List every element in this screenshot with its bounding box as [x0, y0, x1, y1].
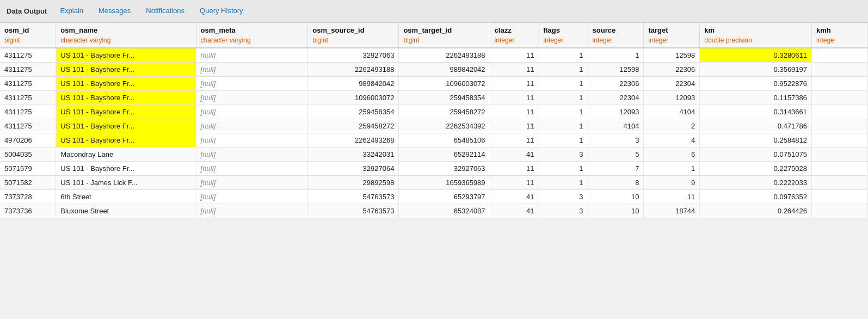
cell-osm_id: 5071579	[0, 162, 56, 176]
cell-clazz: 11	[490, 48, 539, 63]
cell-osm_source_id: 32927064	[308, 162, 399, 176]
cell-osm_id: 4311275	[0, 91, 56, 105]
cell-osm_id: 5071582	[0, 176, 56, 190]
col-type-osm_name: character varying	[56, 35, 196, 48]
cell-osm_source_id: 1096003072	[308, 91, 399, 105]
col-type-kmh: intege	[812, 35, 868, 48]
cell-clazz: 41	[490, 204, 539, 218]
cell-osm_source_id: 54763573	[308, 204, 399, 218]
cell-kmh	[812, 48, 868, 63]
cell-target: 4104	[644, 105, 700, 119]
col-type-km: double precision	[700, 35, 812, 48]
cell-target: 12598	[644, 48, 700, 63]
cell-osm_name: US 101 - Bayshore Fr...	[56, 119, 196, 133]
col-header-osm_source_id: osm_source_id	[308, 23, 399, 35]
col-type-osm_source_id: bigint	[308, 35, 399, 48]
table-row: 5071579US 101 - Bayshore Fr...[null]3292…	[0, 162, 868, 176]
cell-source: 10	[588, 204, 644, 218]
col-header-source: source	[588, 23, 644, 35]
cell-kmh	[812, 204, 868, 218]
tab-notifications[interactable]: Notifications	[138, 1, 192, 21]
col-type-target: integer	[644, 35, 700, 48]
cell-osm_name: US 101 - Bayshore Fr...	[56, 63, 196, 77]
cell-osm_target_id: 1096003072	[399, 77, 490, 91]
cell-kmh	[812, 133, 868, 148]
cell-km: 0.9522876	[700, 77, 812, 91]
table-row: 4311275US 101 - Bayshore Fr...[null]1096…	[0, 91, 868, 105]
cell-flags: 1	[539, 77, 588, 91]
cell-osm_meta: [null]	[196, 162, 308, 176]
cell-osm_name: US 101 - Bayshore Fr...	[56, 91, 196, 105]
cell-osm_id: 4311275	[0, 63, 56, 77]
cell-clazz: 11	[490, 105, 539, 119]
cell-target: 1	[644, 162, 700, 176]
cell-osm_id: 7373728	[0, 190, 56, 204]
tab-query-history[interactable]: Query History	[192, 1, 250, 21]
cell-osm_target_id: 2262493188	[399, 48, 490, 63]
cell-target: 12093	[644, 91, 700, 105]
cell-osm_target_id: 65292114	[399, 148, 490, 162]
cell-osm_source_id: 259458272	[308, 119, 399, 133]
cell-osm_source_id: 2262493268	[308, 133, 399, 148]
cell-flags: 1	[539, 91, 588, 105]
cell-target: 2	[644, 119, 700, 133]
col-header-osm_meta: osm_meta	[196, 23, 308, 35]
cell-osm_source_id: 54763573	[308, 190, 399, 204]
table-row: 4311275US 101 - Bayshore Fr...[null]2594…	[0, 119, 868, 133]
col-header-target: target	[644, 23, 700, 35]
cell-osm_source_id: 2262493188	[308, 63, 399, 77]
cell-flags: 3	[539, 148, 588, 162]
cell-clazz: 11	[490, 162, 539, 176]
cell-osm_id: 4311275	[0, 48, 56, 63]
cell-flags: 1	[539, 133, 588, 148]
col-header-kmh: kmh	[812, 23, 868, 35]
table-row: 4311275US 101 - Bayshore Fr...[null]9898…	[0, 77, 868, 91]
cell-osm_meta: [null]	[196, 119, 308, 133]
cell-source: 3	[588, 133, 644, 148]
cell-flags: 1	[539, 162, 588, 176]
table-row: 4311275US 101 - Bayshore Fr...[null]2594…	[0, 105, 868, 119]
table-row: 4311275US 101 - Bayshore Fr...[null]2262…	[0, 63, 868, 77]
cell-km: 0.1157386	[700, 91, 812, 105]
cell-kmh	[812, 63, 868, 77]
cell-km: 0.3569197	[700, 63, 812, 77]
cell-osm_meta: [null]	[196, 48, 308, 63]
cell-clazz: 41	[490, 148, 539, 162]
table-row: 4311275US 101 - Bayshore Fr...[null]3292…	[0, 48, 868, 63]
cell-target: 11	[644, 190, 700, 204]
col-header-osm_name: osm_name	[56, 23, 196, 35]
tab-messages[interactable]: Messages	[91, 1, 138, 21]
cell-flags: 1	[539, 48, 588, 63]
cell-osm_id: 4970206	[0, 133, 56, 148]
cell-target: 18744	[644, 204, 700, 218]
cell-osm_target_id: 32927063	[399, 162, 490, 176]
cell-km: 0.3280611	[700, 48, 812, 63]
tab-explain[interactable]: Explain	[52, 1, 91, 21]
column-headers: osm_id osm_name osm_meta osm_source_id o…	[0, 23, 868, 35]
cell-flags: 3	[539, 204, 588, 218]
cell-clazz: 11	[490, 176, 539, 190]
col-type-flags: integer	[539, 35, 588, 48]
cell-osm_target_id: 2262534392	[399, 119, 490, 133]
tab-bar: Data Output Explain Messages Notificatio…	[0, 0, 868, 23]
cell-clazz: 11	[490, 63, 539, 77]
cell-osm_name: US 101 - Bayshore Fr...	[56, 77, 196, 91]
cell-kmh	[812, 162, 868, 176]
cell-km: 0.0976352	[700, 190, 812, 204]
cell-target: 9	[644, 176, 700, 190]
cell-kmh	[812, 77, 868, 91]
cell-source: 10	[588, 190, 644, 204]
cell-osm_id: 5004035	[0, 148, 56, 162]
table-row: 5004035Macondray Lane[null]3324203165292…	[0, 148, 868, 162]
cell-flags: 1	[539, 63, 588, 77]
cell-osm_target_id: 989842042	[399, 63, 490, 77]
cell-source: 22304	[588, 91, 644, 105]
col-type-source: integer	[588, 35, 644, 48]
col-type-osm_meta: character varying	[196, 35, 308, 48]
cell-km: 0.3143661	[700, 105, 812, 119]
cell-osm_target_id: 259458272	[399, 105, 490, 119]
cell-osm_name: US 101 - Bayshore Fr...	[56, 133, 196, 148]
table-row: 5071582US 101 - James Lick F...[null]298…	[0, 176, 868, 190]
cell-osm_source_id: 259458354	[308, 105, 399, 119]
col-header-km: km	[700, 23, 812, 35]
